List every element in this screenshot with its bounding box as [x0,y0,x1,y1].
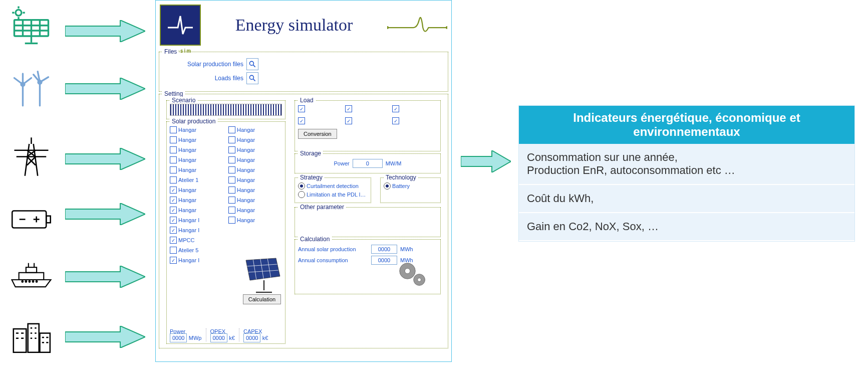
svg-point-74 [249,75,253,79]
load-checkbox[interactable]: ✓ [392,117,437,124]
solar-checkbox[interactable]: Hangar [228,156,282,163]
annual-cons-label: Annual consumption [298,257,368,263]
load-checkbox[interactable]: ✓ [345,105,390,112]
load-checkbox[interactable]: ✓ [298,105,343,112]
other-parameter-legend: Other parameter [298,204,346,211]
svg-line-21 [40,77,49,82]
load-legend: Load [298,97,316,104]
svg-rect-38 [26,267,37,273]
storage-fieldset: Storage Power 0 MW/M [295,153,441,173]
solar-checkbox[interactable]: Hangar [228,136,282,143]
input-arrow [65,326,145,348]
solar-checkbox[interactable]: Hangar [228,126,282,133]
svg-point-72 [249,61,253,65]
loads-files-label: Loads files [163,75,243,82]
scenario-legend: Scenario [170,97,197,104]
scenario-barcode [170,104,282,116]
svg-rect-47 [28,323,39,352]
solar-checkbox[interactable]: ✓Hangar [170,187,223,194]
svg-rect-32 [12,211,46,228]
outputs-header: Indicateurs énergétique, économique et e… [519,106,854,144]
solar-checkbox[interactable]: Hangar [228,146,282,153]
solar-checkbox[interactable]: ✓MPCC [170,237,223,244]
solar-checkbox[interactable]: ✓Hangar [170,207,223,214]
annual-prod-label: Annual solar production [298,246,368,252]
calculation-button[interactable]: Calculation [243,294,281,304]
files-fieldset: Files Solar production files Loads files [159,52,448,92]
solar-checkbox[interactable]: Hangar [228,197,282,204]
output-row: Coût du kWh, [519,185,854,213]
technology-fieldset: Technology Battery [380,177,441,203]
strategy-option-2[interactable]: Limitation at the PDL l… [298,191,368,198]
svg-marker-63 [65,20,145,42]
app-title: Energy simulator [201,16,387,35]
load-checkbox[interactable]: ✓ [298,117,343,124]
power-input[interactable]: 0000 [170,333,187,342]
svg-line-75 [253,79,255,81]
capex-input[interactable]: 0000 [243,333,260,342]
conversion-button[interactable]: Conversion [298,129,337,139]
solar-checkbox[interactable]: Atelier 5 [170,247,223,254]
power-unit: MWp [189,335,202,341]
buildings-icon [10,316,53,358]
solar-checkbox[interactable]: ✓Hangar I [170,217,223,224]
solar-checkbox[interactable]: Hangar [228,166,282,173]
setting-legend: Setting [162,90,185,97]
solar-panel-icon [10,5,53,48]
svg-line-73 [253,65,255,67]
storage-power-unit: MW/M [386,160,402,166]
solar-checkbox[interactable]: Hangar [228,176,282,183]
svg-line-15 [15,78,23,85]
solar-files-label: Solar production files [163,61,243,68]
svg-rect-46 [14,329,27,352]
svg-line-24 [34,144,38,176]
annual-cons-input[interactable]: 0000 [371,256,397,265]
calculation-legend: Calculation [298,236,332,243]
storage-power-input[interactable]: 0 [353,159,383,168]
svg-point-41 [22,281,23,282]
search-icon[interactable] [246,58,258,70]
svg-line-16 [23,78,32,85]
load-checkbox[interactable]: ✓ [392,105,437,112]
annual-prod-input[interactable]: 0000 [371,245,397,254]
svg-marker-64 [65,78,145,100]
svg-rect-33 [46,216,51,223]
solar-checkbox[interactable]: ✓Hangar I [170,257,223,264]
technology-option[interactable]: Battery [384,182,437,190]
solar-checkbox[interactable]: Hangar [170,136,223,143]
input-arrow [65,20,145,42]
app-header: capsim Energy simulator [156,1,451,50]
annual-prod-unit: MWh [400,246,413,252]
solar-checkbox[interactable]: Hangar [170,156,223,163]
solar-checkbox[interactable]: ✓Hangar I [170,227,223,234]
strategy-option-1[interactable]: Curtailment detection [298,182,368,190]
files-legend: Files [162,48,179,55]
technology-legend: Technology [384,174,418,181]
input-arrow [65,266,145,288]
svg-point-44 [33,281,34,282]
solar-checkbox[interactable]: Hangar [170,126,223,133]
solar-panel-illustration-icon [242,254,282,294]
outputs-table: Indicateurs énergétique, économique et e… [518,105,855,242]
svg-point-0 [16,10,22,16]
solar-checkbox[interactable]: ✓Hangar [170,197,223,204]
solar-checkbox[interactable]: Hangar [228,187,282,194]
solar-checkbox[interactable]: Atelier 1 [170,176,223,183]
input-arrow [65,148,145,170]
scenario-fieldset: Scenario [166,100,285,119]
load-checkbox[interactable]: ✓ [345,117,390,124]
logo-icon [160,5,201,46]
waveform-icon [387,13,447,38]
solar-checkbox[interactable]: Hangar [170,146,223,153]
svg-point-85 [405,268,410,274]
search-icon[interactable] [246,72,258,84]
solar-production-legend: Solar production [170,118,217,125]
solar-checkbox[interactable]: Hangar [170,166,223,173]
solar-checkbox[interactable]: Hangar [228,207,282,214]
svg-marker-65 [65,148,145,170]
svg-point-43 [29,281,31,282]
load-fieldset: Load ✓✓✓✓✓✓ Conversion [295,100,441,151]
opex-input[interactable]: 0000 [210,333,227,342]
solar-checkbox[interactable]: Hangar [228,217,282,224]
solar-production-fieldset: Solar production HangarHangarHangarHanga… [166,121,285,344]
